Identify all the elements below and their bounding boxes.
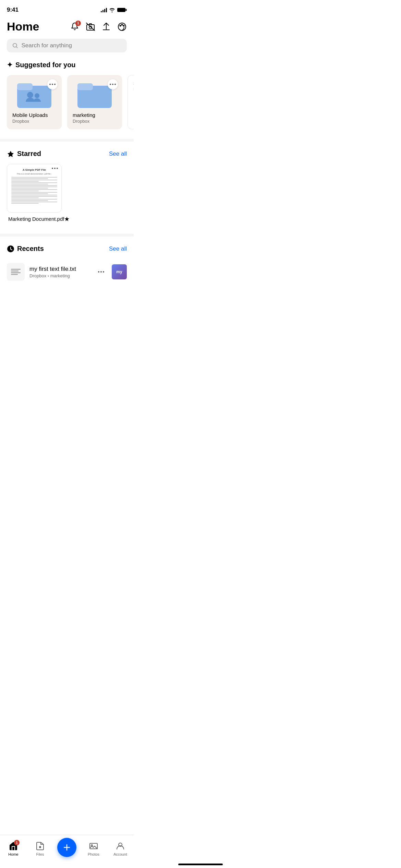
recent-item-path: Dropbox › marketing [29, 273, 90, 278]
svg-rect-11 [17, 83, 33, 90]
starred-items: A Simple PDF File This is a small demons… [0, 164, 134, 234]
svg-point-6 [120, 25, 121, 26]
folder-name-marketing: marketing [73, 112, 117, 118]
svg-rect-1 [126, 9, 127, 11]
folder-menu-marketing[interactable] [108, 79, 118, 89]
dots-icon [49, 84, 56, 85]
pdf-filename: Marketing Document.pdf [8, 216, 64, 222]
folder-menu-mobile-uploads[interactable] [47, 79, 58, 89]
clock-icon [7, 245, 14, 253]
pdf-preview-title: A Simple PDF File [11, 168, 57, 171]
header-actions: 1 [70, 22, 127, 32]
search-icon [12, 43, 18, 49]
starred-see-all[interactable]: See all [109, 150, 127, 157]
wifi-icon [109, 8, 115, 12]
svg-point-8 [123, 25, 124, 26]
upload-button[interactable] [101, 22, 111, 32]
dots-icon [52, 168, 58, 169]
search-container [0, 39, 134, 61]
svg-marker-16 [8, 151, 14, 157]
sparkle-icon: ✦ [7, 61, 13, 69]
folder-source-marketing: Dropbox [73, 119, 117, 124]
starred-section-header: Starred See all [0, 150, 134, 164]
camera-off-icon [86, 23, 95, 31]
svg-point-9 [13, 44, 17, 47]
battery-icon [117, 8, 127, 12]
starred-title: Starred [7, 150, 41, 158]
notification-badge: 1 [75, 21, 81, 26]
dots-icon [110, 84, 116, 85]
recents-see-all[interactable]: See all [109, 245, 127, 252]
status-bar: 9:41 [0, 0, 134, 17]
recent-item-0[interactable]: my first text file.txt Dropbox › marketi… [7, 259, 127, 285]
suggested-section-header: ✦ Suggested for you [0, 61, 134, 75]
svg-point-13 [35, 93, 39, 98]
folder-source-mobile-uploads: Dropbox [12, 119, 56, 124]
notifications-button[interactable]: 1 [70, 22, 80, 32]
recents-list: my first text file.txt Dropbox › marketi… [0, 259, 134, 285]
recent-item-thumbnail: my [112, 264, 127, 279]
header: Home 1 [0, 17, 134, 39]
section-divider-2 [0, 234, 134, 237]
search-input[interactable] [22, 42, 122, 49]
suggested-title: ✦ Suggested for you [7, 61, 76, 69]
page-title: Home [7, 20, 39, 33]
svg-point-7 [122, 24, 123, 25]
pdf-menu-button[interactable] [52, 168, 58, 169]
suggested-scroll: Mobile Uploads Dropbox marketing Dropbox… [0, 75, 134, 139]
status-time: 9:41 [7, 7, 19, 13]
section-divider-1 [0, 139, 134, 142]
pdf-card[interactable]: A Simple PDF File This is a small demons… [7, 164, 71, 224]
recent-item-name: my first text file.txt [29, 266, 90, 273]
recents-section-header: Recents See all [0, 245, 134, 259]
svg-rect-15 [77, 83, 93, 90]
svg-rect-0 [117, 8, 125, 12]
theme-button[interactable] [117, 22, 127, 32]
pdf-preview: A Simple PDF File This is a small demons… [7, 164, 61, 212]
camera-off-button[interactable] [86, 22, 95, 32]
dots-icon [98, 271, 104, 273]
star-filled-icon [7, 150, 14, 158]
folder-name-mobile-uploads: Mobile Uploads [12, 112, 56, 118]
signal-icon [101, 8, 107, 12]
palette-icon [118, 22, 126, 31]
status-icons [101, 8, 127, 12]
folder-card-mobile-uploads[interactable]: Mobile Uploads Dropbox [7, 75, 62, 129]
pdf-preview-subtitle: This is a small demonstration .pdf file … [11, 173, 57, 175]
recent-file-icon [7, 263, 25, 281]
svg-line-4 [86, 23, 95, 31]
folder-card-marketing[interactable]: marketing Dropbox [67, 75, 122, 129]
search-bar[interactable] [7, 39, 127, 52]
recent-item-menu[interactable] [95, 268, 107, 275]
folder-card-partial: 202 Dro [127, 75, 134, 129]
recent-item-info: my first text file.txt Dropbox › marketi… [29, 266, 90, 278]
svg-point-12 [27, 92, 33, 98]
pdf-card-footer: Marketing Document.pdf ★ [7, 213, 71, 224]
star-toggle[interactable]: ★ [64, 215, 70, 223]
recents-title: Recents [7, 245, 44, 253]
upload-icon [102, 22, 110, 31]
